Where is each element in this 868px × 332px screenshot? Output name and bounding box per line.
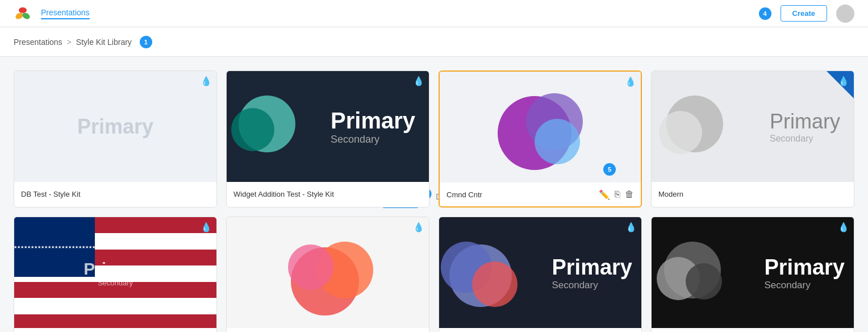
widget-text: Primary Secondary: [331, 108, 415, 146]
card-db-test[interactable]: 💧 Primary DB Test - Style Kit: [14, 70, 217, 208]
card-name-widget: Widget Addition Test - Style Kit: [233, 190, 334, 198]
card-thumb-cmnd: 💧 5: [440, 72, 641, 182]
badge-5: 5: [603, 163, 616, 176]
card-widget[interactable]: 💧 Primary Secondary Widget Addition Test…: [226, 70, 429, 208]
card-footer-cmnd: Cmnd Cntr ✏️ ⎘ 🗑: [440, 182, 641, 206]
card-thumb-hatched: 💧 ★★★★★★★★★★★★★★★★★★★★★★★★★★★★★★★★: [14, 217, 216, 328]
svg-point-2: [19, 7, 27, 13]
dcbs-circles: [282, 230, 373, 316]
drop-icon-widget: 💧: [413, 76, 424, 86]
drop-icon-hatched: 💧: [201, 222, 212, 233]
badge-4: 4: [759, 7, 771, 20]
card-thumb-modern: 💧 Primary Secondary: [652, 71, 854, 182]
flag-overlay-text: Primary Secondary: [84, 259, 147, 287]
drop-icon-sprinklr: 💧: [625, 222, 637, 233]
breadcrumb-root[interactable]: Presentations: [14, 38, 62, 47]
breadcrumb: Presentations > Style Kit Library 1: [14, 36, 152, 48]
card-footer-hatched: HATCHED TESTING - Style Kit: [14, 328, 216, 332]
sprinklr-circles: [444, 236, 523, 310]
drop-icon-dcbs: 💧: [413, 222, 424, 233]
card-footer-greyscale: greyscaleKit: [652, 328, 854, 332]
card-dcbs[interactable]: 💧 dcbs test board - Style Kit: [226, 217, 429, 332]
db-primary-text: Primary: [77, 115, 153, 139]
card-thumb-widget: 💧 Primary Secondary: [227, 71, 429, 182]
avatar[interactable]: [836, 5, 854, 23]
card-name-db: DB Test - Style Kit: [21, 190, 81, 198]
presentations-nav[interactable]: Presentations: [41, 8, 90, 19]
card-name-modern: Modern: [658, 190, 683, 198]
card-footer-sprinklr: sprinklr default: [439, 328, 641, 332]
drop-icon-greyscale: 💧: [838, 222, 849, 233]
cmnd-circles: [492, 85, 589, 170]
card-modern[interactable]: 💧 Primary Secondary Modern: [651, 70, 854, 208]
card-hatched[interactable]: 💧 ★★★★★★★★★★★★★★★★★★★★★★★★★★★★★★★★: [14, 217, 217, 332]
modern-text: Primary Secondary: [770, 110, 840, 144]
drop-icon-db: 💧: [201, 76, 212, 86]
card-cmnd[interactable]: 💧 5 Cmnd Cntr ✏️ ⎘ 🗑: [439, 70, 642, 208]
card-footer-widget: Widget Addition Test - Style Kit: [227, 182, 429, 206]
card-footer-db: DB Test - Style Kit: [14, 182, 216, 206]
breadcrumb-current[interactable]: Style Kit Library: [76, 38, 132, 47]
modern-circles: [661, 93, 735, 161]
us-flag: ★★★★★★★★★★★★★★★★★★★★★★★★★★★★★★★★★★★★★★★★…: [14, 217, 216, 328]
header-right: 4 Create: [756, 5, 854, 23]
svg-point-4: [231, 108, 274, 151]
svg-point-12: [288, 244, 333, 290]
card-greyscale[interactable]: 💧 Primary Secondary greyscaleKit: [651, 217, 854, 332]
copy-icon[interactable]: ⎘: [615, 189, 620, 200]
subheader: Presentations > Style Kit Library 1 2 My…: [0, 27, 868, 57]
grey-text: Primary Secondary: [764, 255, 845, 290]
flag-stars: ★★★★★★★★★★★★★★★★★★★★★★★★★★★★★★★★★★★★★★★★…: [14, 217, 95, 277]
breadcrumb-separator: >: [67, 38, 72, 47]
delete-icon[interactable]: 🗑: [625, 189, 634, 200]
widget-circles: [236, 93, 304, 161]
drop-icon-cmnd: 💧: [625, 76, 636, 87]
card-footer-modern: Modern: [652, 182, 854, 206]
svg-point-18: [686, 263, 722, 300]
logo: [14, 5, 32, 23]
card-sprinklr[interactable]: 💧 Primary Secondary sprinklr default: [439, 217, 642, 332]
svg-point-15: [472, 262, 518, 307]
card-thumb-sprinklr: 💧 Primary Secondary: [439, 217, 641, 328]
card-footer-dcbs: dcbs test board - Style Kit: [227, 328, 429, 332]
card-name-cmnd: Cmnd Cntr: [446, 190, 482, 199]
badge-1: 1: [140, 36, 152, 48]
svg-point-7: [535, 119, 580, 164]
sprinklr-text: Primary Secondary: [552, 255, 632, 290]
grey-circles: [658, 239, 732, 307]
card-actions-cmnd: ✏️ ⎘ 🗑: [599, 189, 634, 200]
card-thumb-db-test: 💧 Primary: [14, 71, 216, 182]
svg-point-9: [659, 111, 702, 154]
create-button[interactable]: Create: [781, 5, 827, 22]
card-thumb-dcbs: 💧: [227, 217, 429, 328]
edit-icon[interactable]: ✏️: [599, 189, 610, 200]
card-thumb-greyscale: 💧 Primary Secondary: [652, 217, 854, 328]
drop-icon-modern: 💧: [838, 76, 849, 86]
